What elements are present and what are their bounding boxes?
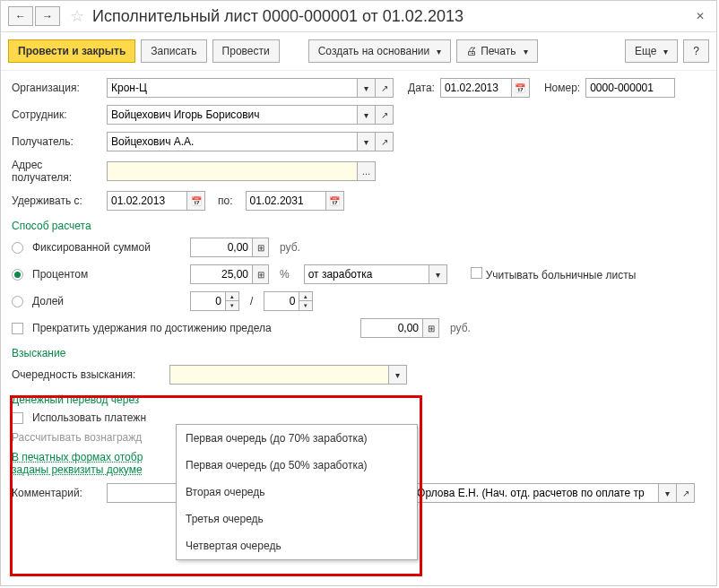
employee-label: Сотрудник: bbox=[12, 108, 101, 121]
calc-icon-2[interactable]: ⊞ bbox=[253, 264, 269, 284]
responsible-dropdown-btn[interactable]: ▾ bbox=[659, 483, 677, 503]
priority-option-0[interactable]: Первая очередь (до 70% заработка) bbox=[177, 425, 417, 452]
employee-open-btn[interactable]: ↗ bbox=[376, 105, 394, 125]
share-num-input[interactable] bbox=[190, 291, 226, 311]
percent-input[interactable] bbox=[190, 264, 253, 284]
recipient-addr-label: Адрес получателя: bbox=[12, 159, 101, 184]
use-agent-label: Использовать платежн bbox=[32, 411, 146, 424]
priority-option-1[interactable]: Первая очередь (до 50% заработка) bbox=[177, 452, 417, 479]
back-button[interactable]: ← bbox=[8, 6, 33, 26]
post-and-close-button[interactable]: Провести и закрыть bbox=[8, 39, 135, 63]
pct-unit: % bbox=[280, 268, 290, 281]
comment-label: Комментарий: bbox=[12, 487, 101, 499]
to-label: по: bbox=[218, 195, 233, 207]
number-input[interactable] bbox=[585, 78, 675, 98]
collection-header: Взыскание bbox=[12, 347, 706, 359]
fixed-sum-label: Фиксированной суммой bbox=[32, 241, 185, 254]
share-den-spinner[interactable]: ▴▾ bbox=[299, 291, 313, 311]
calc-method-header: Способ расчета bbox=[12, 220, 706, 232]
date-input[interactable] bbox=[440, 78, 512, 98]
org-open-btn[interactable]: ↗ bbox=[376, 78, 394, 98]
calc-reward-label: Рассчитывать вознагражд bbox=[12, 431, 142, 444]
recipient-addr-input[interactable] bbox=[107, 161, 358, 181]
recipient-input[interactable] bbox=[107, 132, 358, 151]
shares-radio[interactable] bbox=[12, 296, 23, 307]
org-input[interactable] bbox=[107, 78, 358, 98]
transfer-header: Денежный перевод через bbox=[12, 393, 706, 406]
rub-unit-2: руб. bbox=[450, 322, 471, 334]
priority-dropdown-btn[interactable]: ▾ bbox=[389, 365, 407, 385]
help-button[interactable]: ? bbox=[683, 39, 709, 63]
create-based-on-button[interactable]: Создать на основании bbox=[308, 39, 452, 63]
printer-icon bbox=[466, 45, 477, 57]
calc-icon[interactable]: ⊞ bbox=[253, 238, 269, 257]
date-label: Дата: bbox=[408, 82, 435, 94]
org-label: Организация: bbox=[12, 82, 101, 94]
window-title: Исполнительный лист 0000-000001 от 01.02… bbox=[92, 7, 691, 26]
recipient-dropdown-btn[interactable]: ▾ bbox=[358, 132, 376, 151]
responsible-open-btn[interactable]: ↗ bbox=[677, 483, 695, 503]
number-label: Номер: bbox=[544, 82, 580, 94]
to-date-input[interactable] bbox=[246, 191, 326, 211]
percent-label: Процентом bbox=[32, 268, 185, 281]
shares-label: Долей bbox=[32, 295, 185, 307]
priority-option-3[interactable]: Третья очередь bbox=[177, 506, 417, 532]
from-date-input[interactable] bbox=[107, 191, 187, 211]
limit-input[interactable] bbox=[360, 318, 423, 338]
priority-option-4[interactable]: Четвертая очередь bbox=[177, 532, 417, 559]
employee-dropdown-btn[interactable]: ▾ bbox=[358, 105, 376, 125]
print-button[interactable]: Печать bbox=[456, 39, 537, 63]
stop-limit-checkbox[interactable] bbox=[12, 323, 23, 334]
forward-button[interactable]: → bbox=[35, 6, 60, 26]
responsible-input[interactable] bbox=[412, 483, 659, 503]
save-button[interactable]: Записать bbox=[141, 39, 206, 63]
date-calendar-btn[interactable] bbox=[512, 78, 530, 98]
fixed-sum-input[interactable] bbox=[190, 238, 253, 257]
post-button[interactable]: Провести bbox=[212, 39, 280, 63]
print-forms-link[interactable]: В печатных формах отобр заданы реквизиты… bbox=[12, 451, 143, 476]
rub-unit: руб. bbox=[280, 241, 300, 254]
recipient-open-btn[interactable]: ↗ bbox=[376, 132, 394, 151]
to-date-cal-btn[interactable] bbox=[326, 191, 344, 211]
priority-dropdown-list: Первая очередь (до 70% заработка) Первая… bbox=[176, 424, 418, 560]
share-num-spinner[interactable]: ▴▾ bbox=[226, 291, 239, 311]
from-date-cal-btn[interactable] bbox=[187, 191, 205, 211]
recipient-addr-edit-btn[interactable]: … bbox=[358, 161, 376, 181]
sick-leave-label: Учитывать больничные листы bbox=[486, 269, 637, 281]
close-button[interactable]: ✕ bbox=[691, 7, 709, 25]
priority-input[interactable] bbox=[169, 365, 389, 385]
fixed-sum-radio[interactable] bbox=[12, 242, 23, 254]
employee-input[interactable] bbox=[107, 105, 358, 125]
stop-limit-label: Прекратить удержания по достижению преде… bbox=[32, 322, 301, 334]
org-dropdown-btn[interactable]: ▾ bbox=[358, 78, 376, 98]
priority-option-2[interactable]: Вторая очередь bbox=[177, 479, 417, 506]
earnings-dropdown-btn[interactable]: ▾ bbox=[429, 264, 447, 284]
earnings-select[interactable] bbox=[304, 264, 429, 284]
use-agent-checkbox[interactable] bbox=[12, 412, 23, 424]
priority-label: Очередность взыскания: bbox=[12, 368, 164, 381]
more-button[interactable]: Еще bbox=[625, 39, 678, 63]
calc-icon-3[interactable]: ⊞ bbox=[423, 318, 439, 338]
sick-leave-checkbox[interactable] bbox=[471, 267, 482, 279]
withhold-from-label: Удерживать с: bbox=[12, 195, 101, 207]
favorite-icon[interactable]: ☆ bbox=[69, 8, 85, 24]
share-den-input[interactable] bbox=[264, 291, 299, 311]
recipient-label: Получатель: bbox=[12, 135, 101, 148]
percent-radio[interactable] bbox=[12, 269, 23, 281]
